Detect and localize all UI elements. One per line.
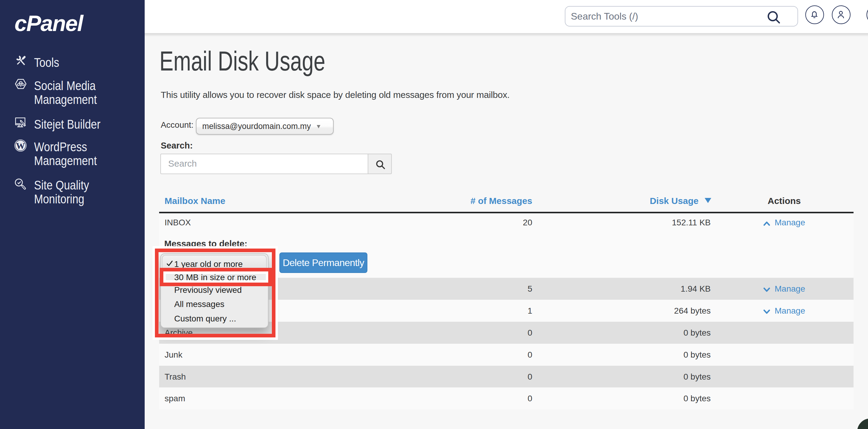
svg-text:W: W <box>16 141 25 150</box>
